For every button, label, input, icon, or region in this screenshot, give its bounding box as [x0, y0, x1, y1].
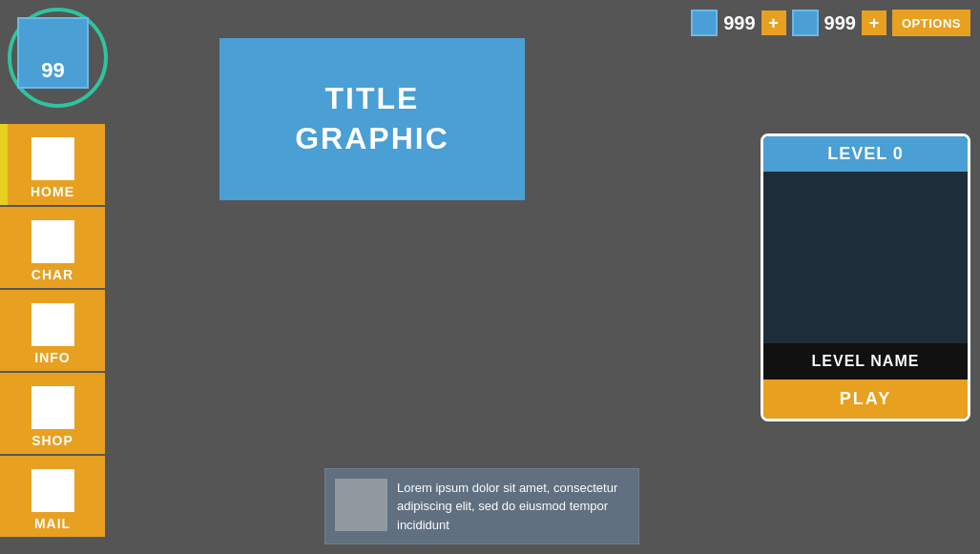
info-text: Lorem ipsum dolor sit amet, consectetur …: [397, 479, 629, 535]
level-card: LEVEL 0 LEVEL NAME PLAY: [761, 133, 970, 421]
sidebar-item-shop[interactable]: SHOP: [0, 373, 105, 454]
top-bar: 999 + 999 + OPTIONS: [691, 10, 970, 36]
options-button[interactable]: OPTIONS: [892, 10, 970, 36]
currency2-icon: [792, 10, 819, 36]
info-icon: [31, 303, 74, 346]
shop-icon: [31, 386, 74, 429]
sidebar-shop-label: SHOP: [31, 433, 73, 448]
avatar-level: 99: [41, 58, 64, 87]
level-card-header: LEVEL 0: [763, 136, 968, 172]
currency1-add-button[interactable]: +: [761, 10, 786, 35]
sidebar-info-label: INFO: [34, 350, 70, 365]
level-card-content: [763, 172, 968, 343]
sidebar-item-mail[interactable]: MAIL: [0, 456, 105, 537]
sidebar-mail-label: MAIL: [34, 516, 71, 531]
info-thumbnail: [335, 479, 387, 531]
sidebar-char-label: CHAR: [31, 267, 73, 282]
avatar-container: 99: [8, 8, 108, 108]
play-button[interactable]: PLAY: [763, 380, 968, 419]
level-card-name: LEVEL NAME: [763, 343, 968, 380]
sidebar-home-label: HOME: [31, 184, 74, 199]
currency1-value: 999: [723, 12, 755, 34]
sidebar-item-char[interactable]: CHAR: [0, 207, 105, 288]
currency2-add-button[interactable]: +: [862, 10, 886, 35]
char-icon: [31, 220, 74, 263]
avatar-image: 99: [17, 17, 89, 89]
info-box: Lorem ipsum dolor sit amet, consectetur …: [324, 468, 639, 545]
mail-icon: [31, 469, 74, 512]
title-graphic-text: TITLE GRAPHIC: [295, 79, 449, 158]
home-icon: [31, 137, 74, 180]
sidebar-item-info[interactable]: INFO: [0, 290, 105, 371]
currency1-icon: [691, 10, 718, 36]
sidebar-item-home[interactable]: HOME: [0, 124, 105, 205]
currency2-value: 999: [824, 12, 856, 34]
title-graphic: TITLE GRAPHIC: [219, 38, 525, 200]
sidebar: HOME CHAR INFO SHOP MAIL: [0, 124, 105, 537]
